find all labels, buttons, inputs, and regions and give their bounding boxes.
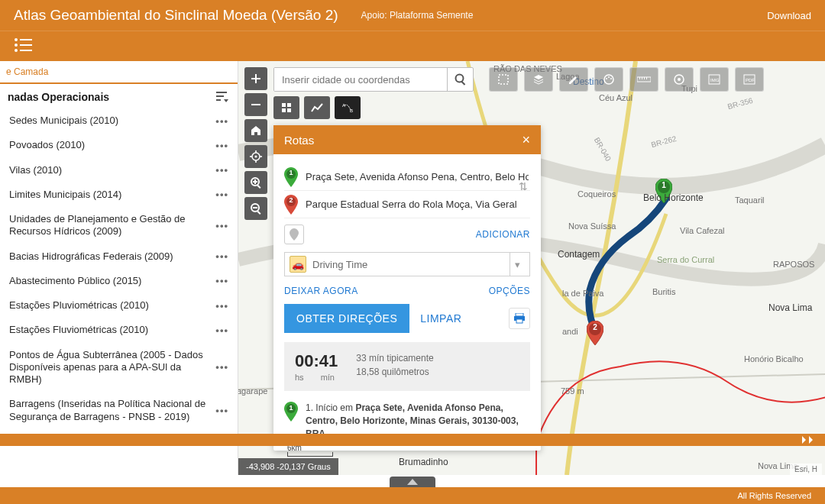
clear-link[interactable]: LIMPAR [420,312,461,325]
view-mode-row: AB [273,96,361,119]
svg-rect-56 [516,319,522,323]
search-input[interactable] [274,68,447,91]
svg-rect-49 [287,108,291,112]
bottom-drawer-handle[interactable] [390,477,435,487]
layer-item[interactable]: Sedes Municipais (2010)••• [0,108,238,133]
layer-item[interactable]: Estações Pluviométricas (2010)••• [0,293,238,318]
svg-rect-29 [461,81,465,86]
svg-rect-47 [287,103,291,107]
svg-point-4 [15,49,18,52]
add-stop-square[interactable] [284,225,304,244]
svg-rect-24 [257,185,261,189]
layer-item[interactable]: Bacias Hidrográficas Federais (2009)••• [0,244,238,269]
more-icon[interactable]: ••• [215,300,228,312]
svg-rect-36 [639,77,640,79]
sidebar-collapse-bar[interactable] [0,434,825,446]
svg-rect-8 [216,99,221,101]
coordinates-readout: -43,908 -20,137 Graus [238,458,338,475]
more-icon[interactable]: ••• [215,164,228,176]
chart-view-button[interactable] [304,96,330,119]
get-directions-button[interactable]: OBTER DIREÇÕES [284,304,409,333]
svg-point-41 [678,78,681,81]
more-icon[interactable]: ••• [215,220,228,231]
svg-rect-5 [20,50,32,51]
svg-rect-14 [251,104,260,105]
target-tool[interactable] [665,67,694,92]
add-stop-link[interactable]: ADICIONAR [476,229,530,240]
svg-rect-30 [499,75,508,84]
svg-point-2 [15,44,18,47]
pin-icon: 2 [284,195,298,215]
chevron-down-icon[interactable]: ▾ [510,253,525,276]
layer-item[interactable]: Povoados (2010)••• [0,133,238,157]
pin-icon: 1 [284,167,298,187]
download-link[interactable]: Download [767,10,811,21]
more-icon[interactable]: ••• [215,140,228,151]
export-img-tool[interactable]: IMG [700,67,729,92]
layer-item[interactable]: Barragens (Inseridas na Política Naciona… [0,392,238,429]
car-icon: 🚗 [290,256,306,273]
svg-point-0 [15,38,18,41]
grid-view-button[interactable] [273,96,299,119]
map-attribution: Esri, H [790,464,822,475]
layer-item[interactable]: Estações Fluviométricas (2010)••• [0,318,238,342]
more-icon[interactable]: ••• [215,275,228,286]
select-tool[interactable] [489,67,518,92]
map-pin-end[interactable]: 2 [587,321,603,345]
layer-item[interactable]: Vilas (2010)••• [0,158,238,183]
zoom-in-rect-button[interactable] [244,171,267,194]
stop-input[interactable] [304,194,530,215]
more-icon[interactable]: ••• [215,361,228,373]
directions-panel: Rotas × 1 2 ⇅ ADICIONAR 🚗 [273,125,541,451]
route-time: 00:41 [295,351,338,371]
zoom-out-rect-button[interactable] [244,197,267,220]
sort-icon[interactable] [215,90,230,104]
more-icon[interactable]: ••• [215,325,228,336]
search-button[interactable] [447,68,473,91]
export-pdf-tool[interactable]: PDF [735,67,764,92]
travel-mode-select[interactable]: 🚗 Driving Time ▾ [284,252,530,276]
layer-list: Sedes Municipais (2010)••• Povoados (201… [0,108,238,475]
toc-icon[interactable] [14,37,34,56]
svg-rect-54 [516,313,523,316]
options-link[interactable]: OPÇÕES [489,286,530,296]
svg-rect-20 [260,156,262,157]
svg-rect-39 [646,77,647,79]
map-canvas[interactable]: 1 2 Lagoa Céu Azul Tupi Coqueiros Belo H… [238,61,825,475]
svg-point-34 [610,78,612,79]
section-title: nadas Operacionais [8,91,109,103]
panel-title: Rotas [284,134,314,147]
print-button[interactable] [509,308,530,329]
route-stop: 2 ⇅ [284,191,530,218]
layer-item[interactable]: Pontos de Água Subterrânea (2005 - Dados… [0,343,238,393]
palette-tool[interactable] [594,67,623,92]
route-view-button[interactable]: AB [335,96,361,119]
svg-text:IMG: IMG [710,78,720,82]
svg-rect-37 [642,77,642,79]
locate-button[interactable] [244,145,267,168]
more-icon[interactable]: ••• [215,115,228,127]
sidebar-tab[interactable]: e Camada [0,61,238,84]
layer-item[interactable]: Limites Municipais (2014)••• [0,183,238,207]
typical-time: 33 mín tipicamente [356,351,433,365]
draw-tool[interactable] [559,67,588,92]
svg-rect-26 [253,207,257,208]
layer-item[interactable]: Abastecimento Público (2015)••• [0,269,238,293]
close-icon[interactable]: × [522,132,530,148]
measure-tool[interactable] [629,67,658,92]
swap-icon[interactable]: ⇅ [516,180,530,192]
zoom-in-button[interactable] [244,67,267,90]
home-button[interactable] [244,119,267,142]
more-icon[interactable]: ••• [215,405,228,416]
stop-input[interactable] [304,166,530,187]
more-icon[interactable]: ••• [215,250,228,262]
app-subtitle: Apoio: Plataforma Semente [361,10,474,21]
layers-tool[interactable] [524,67,553,92]
svg-rect-46 [282,103,286,107]
app-title: Atlas Geoambiental do Sinclinal Moeda (V… [14,7,338,24]
svg-rect-17 [255,150,257,153]
layer-item[interactable]: Unidades de Planejamento e Gestão de Rec… [0,207,238,244]
zoom-out-button[interactable] [244,93,267,116]
more-icon[interactable]: ••• [215,189,228,200]
leave-now-link[interactable]: DEIXAR AGORA [284,286,358,296]
